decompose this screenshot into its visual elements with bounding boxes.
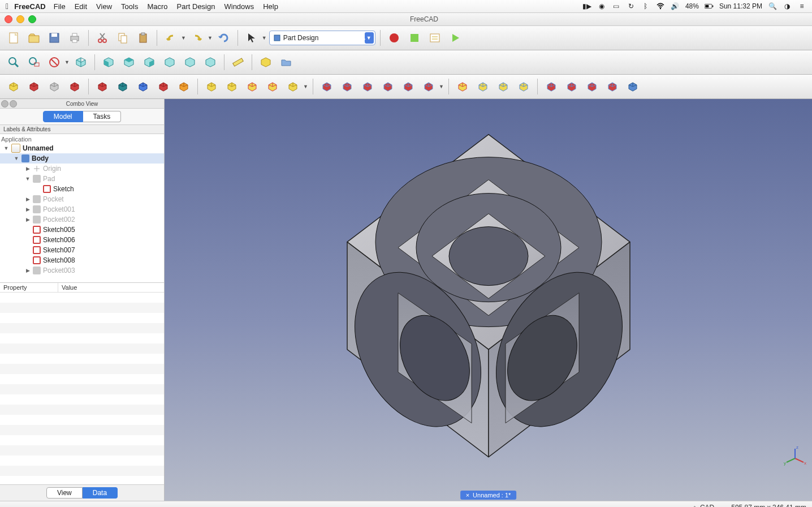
- status-sync-icon[interactable]: ◉: [597, 2, 606, 11]
- tab-view[interactable]: View: [46, 487, 83, 499]
- app-menu[interactable]: FreeCAD: [14, 2, 46, 11]
- window-zoom-button[interactable]: [28, 15, 36, 23]
- chamfer-icon[interactable]: [563, 78, 581, 96]
- measure-icon[interactable]: [229, 53, 247, 71]
- cursor-icon[interactable]: [243, 29, 261, 47]
- status-video-icon[interactable]: ▮▶: [582, 2, 591, 11]
- mirrored-icon[interactable]: [453, 78, 472, 96]
- map-sketch-icon[interactable]: [66, 78, 84, 96]
- tab-model[interactable]: Model: [43, 111, 83, 122]
- tree-item-pad[interactable]: ▼Pad: [0, 174, 164, 184]
- document-tab[interactable]: × Unnamed : 1*: [460, 491, 517, 500]
- datum-point-icon[interactable]: [93, 78, 111, 96]
- save-icon[interactable]: [45, 29, 63, 47]
- new-file-icon[interactable]: [5, 29, 23, 47]
- draw-style-dropdown[interactable]: ▼: [64, 59, 70, 65]
- datum-line-icon[interactable]: [114, 78, 132, 96]
- window-minimize-button[interactable]: [16, 15, 24, 23]
- undo-dropdown[interactable]: ▼: [181, 35, 186, 41]
- draw-style-icon[interactable]: [45, 53, 63, 71]
- status-wifi-icon[interactable]: [656, 2, 665, 11]
- tree-item-sketch005[interactable]: Sketch005: [0, 225, 164, 235]
- model-tree[interactable]: Application ▼Unnamed ▼Body ▶Origin▼PadSk…: [0, 134, 164, 282]
- redo-icon[interactable]: [188, 29, 206, 47]
- view-left-icon[interactable]: [201, 53, 219, 71]
- thickness-icon[interactable]: [603, 78, 621, 96]
- view-right-icon[interactable]: [140, 53, 158, 71]
- tree-item-pocket[interactable]: ▶Pocket: [0, 194, 164, 204]
- edit-sketch-icon[interactable]: [45, 78, 63, 96]
- datum-cs-icon[interactable]: [154, 78, 172, 96]
- menu-file[interactable]: File: [54, 2, 66, 11]
- tree-item-pocket003[interactable]: ▶Pocket003: [0, 265, 164, 276]
- tree-item-sketch007[interactable]: Sketch007: [0, 245, 164, 255]
- part-icon[interactable]: [257, 53, 275, 71]
- document-tab-close-icon[interactable]: ×: [466, 492, 469, 499]
- groove-icon[interactable]: [359, 78, 377, 96]
- nav-mode-icon[interactable]: ⌂: [693, 504, 697, 507]
- status-battery-icon[interactable]: [705, 2, 714, 11]
- tab-tasks[interactable]: Tasks: [83, 111, 122, 122]
- create-sketch-icon[interactable]: [25, 78, 43, 96]
- sub-box-icon-dropdown[interactable]: ▼: [439, 84, 444, 89]
- print-icon[interactable]: [66, 29, 84, 47]
- menu-part-design[interactable]: Part Design: [177, 2, 215, 11]
- tree-item-pocket001[interactable]: ▶Pocket001: [0, 204, 164, 214]
- status-notification-icon[interactable]: ≡: [797, 2, 806, 11]
- open-file-icon[interactable]: [25, 29, 43, 47]
- status-spotlight-icon[interactable]: 🔍: [768, 2, 777, 11]
- refresh-icon[interactable]: [215, 29, 233, 47]
- boolean-icon[interactable]: [624, 78, 642, 96]
- datum-plane-icon[interactable]: [134, 78, 152, 96]
- pad-icon[interactable]: [202, 78, 221, 96]
- status-siri-icon[interactable]: ◑: [783, 2, 792, 11]
- tree-document[interactable]: ▼Unnamed: [0, 143, 164, 153]
- menu-view[interactable]: View: [96, 2, 112, 11]
- apple-menu-icon[interactable]: : [6, 2, 8, 11]
- menu-help[interactable]: Help: [263, 2, 278, 11]
- panel-float-icon[interactable]: [10, 100, 17, 108]
- tab-data[interactable]: Data: [83, 487, 118, 499]
- copy-icon[interactable]: [114, 29, 132, 47]
- tree-item-pocket002[interactable]: ▶Pocket002: [0, 214, 164, 225]
- menu-windows[interactable]: Windows: [224, 2, 254, 11]
- view-front-icon[interactable]: [100, 53, 118, 71]
- polar-pattern-icon[interactable]: [494, 78, 512, 96]
- stop-macro-icon[interactable]: [405, 29, 424, 47]
- redo-dropdown[interactable]: ▼: [208, 35, 213, 41]
- macros-icon[interactable]: [426, 29, 444, 47]
- cut-icon[interactable]: [93, 29, 111, 47]
- view-bottom-icon[interactable]: [181, 53, 199, 71]
- status-bluetooth-icon[interactable]: ᛒ: [641, 2, 650, 11]
- status-timemachine-icon[interactable]: ↻: [627, 2, 636, 11]
- linear-pattern-icon[interactable]: [474, 78, 492, 96]
- multi-transform-icon[interactable]: [515, 78, 533, 96]
- zoom-fit-icon[interactable]: [5, 53, 23, 71]
- 3d-viewport[interactable]: x y z × Unnamed : 1*: [165, 99, 812, 501]
- isometric-icon[interactable]: [72, 53, 90, 71]
- tree-item-sketch006[interactable]: Sketch006: [0, 235, 164, 245]
- draft-icon[interactable]: [583, 78, 601, 96]
- folder-icon[interactable]: [277, 53, 295, 71]
- view-rear-icon[interactable]: [161, 53, 179, 71]
- revolution-icon[interactable]: [223, 78, 241, 96]
- window-close-button[interactable]: [5, 15, 12, 23]
- menu-macro[interactable]: Macro: [147, 2, 167, 11]
- additive-loft-icon[interactable]: [243, 78, 261, 96]
- menu-tools[interactable]: Tools: [121, 2, 138, 11]
- hole-icon[interactable]: [338, 78, 356, 96]
- menu-edit[interactable]: Edit: [75, 2, 87, 11]
- shape-binder-icon[interactable]: [175, 78, 193, 96]
- create-body-icon[interactable]: [5, 78, 23, 96]
- status-clock[interactable]: Sun 11:32 PM: [719, 2, 762, 10]
- status-volume-icon[interactable]: 🔊: [671, 2, 680, 11]
- fillet-icon[interactable]: [542, 78, 560, 96]
- property-body[interactable]: [0, 293, 164, 484]
- tree-item-origin[interactable]: ▶Origin: [0, 164, 164, 174]
- cursor-dropdown[interactable]: ▼: [262, 35, 267, 41]
- tree-body[interactable]: ▼Body: [0, 153, 164, 164]
- undo-icon[interactable]: [162, 29, 180, 47]
- panel-close-icon[interactable]: [1, 100, 8, 108]
- tree-item-sketch008[interactable]: Sketch008: [0, 255, 164, 265]
- record-macro-icon[interactable]: [385, 29, 403, 47]
